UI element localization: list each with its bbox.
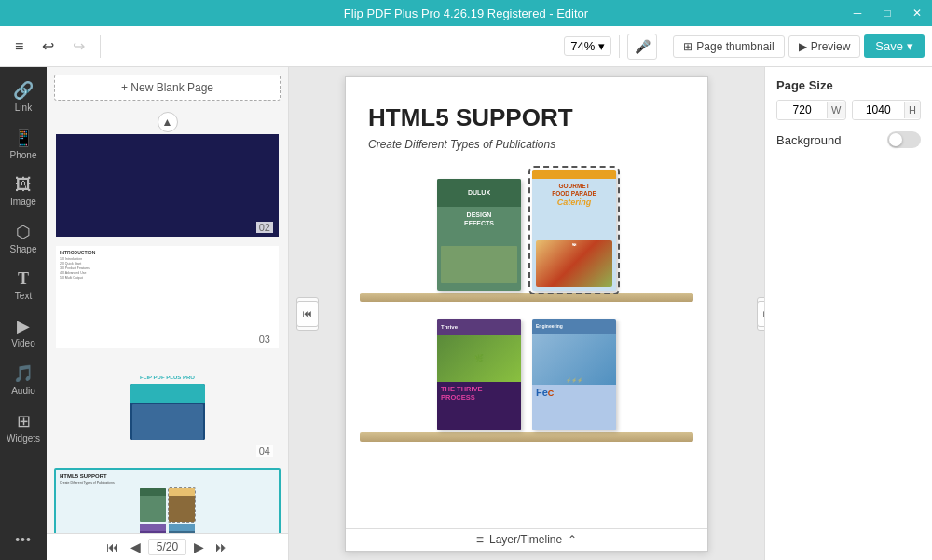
sidebar-item-text[interactable]: T Text [3,264,44,307]
zoom-value: 74% [570,39,595,53]
book-gourmet-catering[interactable]: GOURMET FOOD PARADE Catering 🍽 [532,170,616,291]
thumb-canvas-03: INTRODUCTION 1.0 Introduction 2.0 Quick … [56,246,279,348]
shelf-plank-2 [360,432,693,442]
toolbar-separator [100,35,101,58]
text-icon: T [18,269,29,289]
thumbnail-page-04[interactable]: FLIP PDF PLUS PRO 04 [54,356,281,462]
thumbnail-list: 02 INTRODUCTION 1.0 Introduction 2.0 Qui… [47,132,288,533]
editor-canvas: HTML5 SUPPORT Create Different Types of … [345,76,708,552]
sidebar-item-audio[interactable]: 🎵 Audio [3,358,44,402]
shelf-plank-1 [360,293,693,302]
canvas-last-button[interactable]: ⏭ [757,301,764,327]
toolbar: ≡ ↩ ↪ 74% ▾ 🎤 ⊞ Page thumbnail ▶ Preview… [0,26,932,67]
thumb-canvas-05: HTML5 SUPPORT Create Different Types of … [56,470,279,533]
book-design-effects[interactable]: DULUX DESIGN EFFECTS [437,179,521,291]
sidebar-item-link[interactable]: 🔗 Link [3,75,44,118]
sidebar-label-shape: Shape [10,244,37,254]
thumb-canvas-02 [56,134,279,237]
page-size-section-title: Page Size [776,78,921,92]
link-icon: 🔗 [13,80,34,101]
save-button[interactable]: Save ▾ [864,34,925,58]
redo-button[interactable]: ↪ [65,34,92,59]
more-icon: ••• [15,532,32,547]
first-icon: ⏮ [303,308,312,319]
canvas-header: HTML5 SUPPORT Create Different Types of … [346,77,707,151]
shelf-row-1: DULUX DESIGN EFFECTS GOURMET FOOD PARADE… [364,170,689,302]
widgets-icon: ⊞ [17,411,31,431]
thumb-num-03: 03 [256,334,273,345]
background-row: Background [776,131,921,148]
page-indicator[interactable]: 5/20 [148,539,186,555]
background-label: Background [776,133,841,147]
image-icon: 🖼 [15,175,32,195]
book-fec[interactable]: Engineering ⚡⚡⚡ FeC [532,319,616,430]
save-label: Save [875,39,903,53]
sidebar-item-more[interactable]: ••• [3,526,44,553]
preview-icon: ▶ [799,40,807,53]
undo-button[interactable]: ↩ [34,34,62,59]
minimize-button[interactable]: ─ [843,0,872,26]
layer-timeline-bar[interactable]: ≡ Layer/Timeline ⌃ [346,528,707,551]
thumb-prev-button[interactable]: ◀ [127,538,144,556]
zoom-control[interactable]: 74% ▾ [564,36,611,56]
scroll-up-button[interactable]: ▲ [158,112,178,132]
thumbnail-icon: ⊞ [683,40,692,53]
app-title: Flip PDF Plus Pro 4.26.19 Registered - E… [344,7,588,20]
thumb-next-button[interactable]: ▶ [190,538,208,556]
page4-preview: FLIP PDF PLUS PRO [56,358,279,460]
new-blank-page-button[interactable]: + New Blank Page [54,75,281,101]
layer-timeline-chevron-icon: ⌃ [568,533,577,546]
height-input[interactable] [853,101,905,119]
canvas-title: HTML5 SUPPORT [368,103,685,132]
book-thrive-process[interactable]: Thrive 🌿 THE THRIVE PROCESS [437,319,521,430]
sidebar-item-image[interactable]: 🖼 Image [3,170,44,212]
thumbnail-page-02[interactable]: 02 [54,132,281,239]
thumb-canvas-04: FLIP PDF PLUS PRO [56,358,279,460]
canvas-first-button[interactable]: ⏮ [296,301,319,327]
main-area: 🔗 Link 📱 Phone 🖼 Image ⬡ Shape T Text ▶ … [0,67,932,560]
layer-timeline-label: Layer/Timeline [489,533,562,546]
height-unit-label: H [904,102,920,118]
background-toggle[interactable] [887,131,921,148]
width-input[interactable] [777,101,827,119]
thumb-last-button[interactable]: ⏭ [212,538,232,556]
sidebar-item-widgets[interactable]: ⊞ Widgets [3,405,44,449]
sidebar-item-video[interactable]: ▶ Video [3,310,44,354]
window-controls: ─ □ ✕ [843,0,932,26]
thumbnail-navigation: ⏮ ◀ 5/20 ▶ ⏭ [47,533,288,560]
width-unit-label: W [827,102,844,118]
mic-button[interactable]: 🎤 [627,34,657,60]
phone-icon: 📱 [13,128,34,148]
thumbnail-page-05[interactable]: HTML5 SUPPORT Create Different Types of … [54,468,281,533]
sidebar-item-shape[interactable]: ⬡ Shape [3,216,44,260]
thumb-num-04: 04 [256,445,273,457]
page2-preview [56,134,279,237]
right-panel: Page Size W H Background [764,67,932,560]
sidebar-label-text: Text [15,291,32,301]
last-icon: ⏭ [763,308,764,319]
thumb-first-button[interactable]: ⏮ [103,538,123,556]
sidebar-label-widgets: Widgets [7,433,40,444]
layer-timeline-icon: ≡ [476,532,484,547]
page-thumbnail-button[interactable]: ⊞ Page thumbnail [673,35,784,58]
width-input-wrap: W [776,100,846,120]
canvas-subtitle: Create Different Types of Publications [368,138,685,151]
maximize-button[interactable]: □ [872,0,902,26]
sidebar-label-image: Image [10,197,36,207]
sidebar-label-phone: Phone [10,150,37,160]
thumb-scroll-top: ▲ [47,108,288,132]
close-button[interactable]: ✕ [902,0,932,26]
preview-button[interactable]: ▶ Preview [788,35,861,58]
sidebar-label-video: Video [11,338,34,348]
canvas-area: ‹ ⏮ HTML5 SUPPORT Create Different Types… [289,67,764,560]
thumbnail-page-03[interactable]: INTRODUCTION 1.0 Introduction 2.0 Quick … [54,244,281,350]
thumbnail-panel: + New Blank Page ▲ 02 INTRODUCTION 1.0 I… [47,67,289,560]
shape-icon: ⬡ [16,222,31,242]
page-size-inputs: W H [776,100,921,120]
toolbar-separator2 [619,35,620,58]
audio-icon: 🎵 [13,363,34,384]
sidebar-item-phone[interactable]: 📱 Phone [3,122,44,166]
menu-button[interactable]: ≡ [7,34,31,59]
sidebar-label-audio: Audio [11,386,35,396]
toolbar-separator3 [665,35,665,58]
